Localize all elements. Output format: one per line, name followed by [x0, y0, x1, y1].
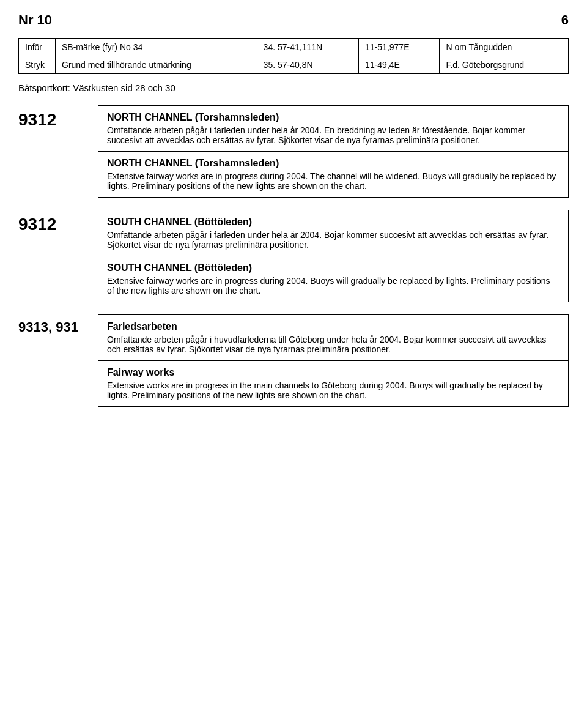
- infor-location: N om Tångudden: [440, 39, 569, 56]
- page-label: Nr 10: [18, 12, 52, 28]
- stryk-coord2: 11-49,4E: [359, 56, 440, 74]
- infor-coord1: 34. 57-41,111N: [257, 39, 358, 56]
- entry-section-1: 9312SOUTH CHANNEL (Böttöleden)Omfattande…: [18, 210, 569, 302]
- infor-coord2: 11-51,977E: [359, 39, 440, 56]
- entry-body-0-0: Omfattande arbeten pågår i farleden unde…: [107, 125, 559, 145]
- entry-boxes-2: FarledsarbetenOmfattande arbeten pågår i…: [98, 314, 569, 407]
- entry-body-1-0: Omfattande arbeten pågår i farleden unde…: [107, 230, 559, 250]
- entry-body-2-0: Omfattande arbeten pågår i huvudfarleder…: [107, 335, 559, 354]
- page-number: 6: [561, 12, 569, 28]
- table-row-stryk: Stryk Grund med tillhörande utmärkning 3…: [19, 56, 569, 74]
- stryk-value: Grund med tillhörande utmärkning: [56, 56, 257, 74]
- entry-box-2-1: Fairway worksExtensive works are in prog…: [98, 361, 569, 407]
- info-table: Inför SB-märke (fyr) No 34 34. 57-41,111…: [18, 38, 569, 74]
- entry-title-0-1: NORTH CHANNEL (Torshamnsleden): [107, 158, 559, 169]
- entry-title-0-0: NORTH CHANNEL (Torshamnsleden): [107, 112, 559, 123]
- entry-number-2: 9313, 931: [18, 314, 98, 407]
- entry-title-2-1: Fairway works: [107, 367, 559, 378]
- entries-container: 9312NORTH CHANNEL (Torshamnsleden)Omfatt…: [18, 105, 569, 419]
- entry-box-0-1: NORTH CHANNEL (Torshamnsleden)Extensive …: [98, 152, 569, 198]
- infor-value: SB-märke (fyr) No 34: [56, 39, 257, 56]
- page-header: Nr 10 6: [18, 12, 569, 28]
- stryk-coord1: 35. 57-40,8N: [257, 56, 358, 74]
- entry-box-2-0: FarledsarbetenOmfattande arbeten pågår i…: [98, 314, 569, 361]
- entry-boxes-0: NORTH CHANNEL (Torshamnsleden)Omfattande…: [98, 105, 569, 198]
- entry-section-2: 9313, 931FarledsarbetenOmfattande arbete…: [18, 314, 569, 407]
- stryk-label: Stryk: [19, 56, 56, 74]
- stryk-location: F.d. Göteborgsgrund: [440, 56, 569, 74]
- entry-body-1-1: Extensive fairway works are in progress …: [107, 276, 559, 295]
- entry-box-0-0: NORTH CHANNEL (Torshamnsleden)Omfattande…: [98, 105, 569, 152]
- entry-number-1: 9312: [18, 210, 98, 302]
- entry-body-0-1: Extensive fairway works are in progress …: [107, 171, 559, 191]
- entry-boxes-1: SOUTH CHANNEL (Böttöleden)Omfattande arb…: [98, 210, 569, 302]
- entry-title-2-0: Farledsarbeten: [107, 321, 559, 332]
- table-row-infor: Inför SB-märke (fyr) No 34 34. 57-41,111…: [19, 39, 569, 56]
- entry-body-2-1: Extensive works are in progress in the m…: [107, 381, 559, 400]
- entry-number-0: 9312: [18, 105, 98, 198]
- entry-box-1-0: SOUTH CHANNEL (Böttöleden)Omfattande arb…: [98, 210, 569, 256]
- entry-title-1-1: SOUTH CHANNEL (Böttöleden): [107, 262, 559, 273]
- entry-title-1-0: SOUTH CHANNEL (Böttöleden): [107, 217, 559, 228]
- infor-label: Inför: [19, 39, 56, 56]
- boats-line: Båtsportkort: Västkusten sid 28 och 30: [18, 83, 569, 93]
- entry-section-0: 9312NORTH CHANNEL (Torshamnsleden)Omfatt…: [18, 105, 569, 198]
- entry-box-1-1: SOUTH CHANNEL (Böttöleden)Extensive fair…: [98, 256, 569, 302]
